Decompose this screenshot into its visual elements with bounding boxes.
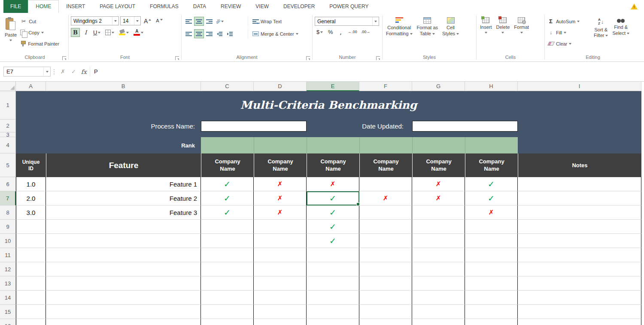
- row-header-5[interactable]: 5: [0, 153, 16, 177]
- cell-D14[interactable]: [254, 291, 307, 305]
- cell-E11[interactable]: [307, 248, 359, 262]
- insert-function-icon[interactable]: fx: [79, 68, 90, 75]
- cell-D12[interactable]: [254, 262, 307, 276]
- align-bottom-button[interactable]: [204, 17, 214, 26]
- row-header-12[interactable]: 12: [0, 262, 16, 276]
- tab-file[interactable]: FILE: [3, 0, 28, 13]
- cell-A6[interactable]: 1.0: [16, 177, 46, 191]
- cell-E7[interactable]: ✓: [307, 191, 359, 205]
- percent-style-button[interactable]: %: [326, 28, 335, 37]
- row-header-4[interactable]: 4: [0, 137, 16, 153]
- cell-I11[interactable]: [518, 248, 641, 262]
- cell-C8[interactable]: ✓: [201, 205, 254, 220]
- row-header-11[interactable]: 11: [0, 248, 16, 262]
- date-updated-label[interactable]: Date Updated:: [307, 123, 412, 130]
- tab-formulas[interactable]: FORMULAS: [143, 0, 186, 13]
- comma-style-button[interactable]: ,: [336, 28, 345, 37]
- cell-A13[interactable]: [16, 276, 46, 291]
- cell-I8[interactable]: [518, 205, 641, 220]
- column-header-C[interactable]: C: [201, 82, 254, 91]
- row-header-2[interactable]: 2: [0, 120, 16, 132]
- column-header-H[interactable]: H: [465, 82, 518, 91]
- cell-F12[interactable]: [359, 262, 412, 276]
- cell-E16[interactable]: [307, 319, 359, 325]
- rank-cell-C4[interactable]: [201, 137, 254, 153]
- fill-color-button[interactable]: [117, 28, 131, 37]
- cell-H14[interactable]: [465, 291, 518, 305]
- tab-insert[interactable]: INSERT: [59, 0, 92, 13]
- cell-B14[interactable]: [46, 291, 201, 305]
- number-format-select[interactable]: General: [315, 17, 379, 26]
- enter-icon[interactable]: ✓: [68, 68, 79, 75]
- cell-G6[interactable]: ✗: [412, 177, 465, 191]
- rank-cell-F4[interactable]: [359, 137, 412, 153]
- cell-G8[interactable]: [412, 205, 465, 220]
- cell-I4[interactable]: [518, 137, 641, 153]
- cell-C12[interactable]: [201, 262, 254, 276]
- header-company-1[interactable]: Company Name: [201, 153, 254, 177]
- column-header-E[interactable]: E: [307, 82, 359, 91]
- borders-button[interactable]: [103, 28, 116, 37]
- cell-A10[interactable]: [16, 234, 46, 248]
- cell-A11[interactable]: [16, 248, 46, 262]
- sheet-title[interactable]: Multi-Criteria Benchmarking: [16, 91, 641, 120]
- cell-B8[interactable]: Feature 3: [46, 205, 201, 220]
- cell-E6[interactable]: ✗: [307, 177, 359, 191]
- tab-data[interactable]: DATA: [186, 0, 213, 13]
- cell-F7[interactable]: ✗: [359, 191, 412, 205]
- cell-E13[interactable]: [307, 276, 359, 291]
- cell-C13[interactable]: [201, 276, 254, 291]
- clipboard-dialog-launcher[interactable]: [62, 56, 66, 60]
- tab-developer[interactable]: DEVELOPER: [276, 0, 322, 13]
- column-header-A[interactable]: A: [16, 82, 46, 91]
- align-top-button[interactable]: [184, 17, 194, 26]
- italic-button[interactable]: I: [81, 28, 90, 37]
- cell-H11[interactable]: [465, 248, 518, 262]
- row-header-10[interactable]: 10: [0, 234, 16, 248]
- column-header-I[interactable]: I: [518, 82, 641, 91]
- cell-H7[interactable]: ✓: [465, 191, 518, 205]
- increase-decimal-button[interactable]: ←.00: [346, 30, 358, 34]
- cell-F8[interactable]: [359, 205, 412, 220]
- rank-cell-H4[interactable]: [465, 137, 518, 153]
- cell-G13[interactable]: [412, 276, 465, 291]
- sort-filter-button[interactable]: AZ ↓ Sort & Filter: [592, 15, 610, 54]
- rank-cell-D4[interactable]: [254, 137, 307, 153]
- cell-B7[interactable]: Feature 2: [46, 191, 201, 205]
- cell-D16[interactable]: [254, 319, 307, 325]
- cell-H10[interactable]: [465, 234, 518, 248]
- row-header-3[interactable]: 3: [0, 132, 16, 137]
- fill-button[interactable]: ↓ Fill: [546, 28, 592, 37]
- cell-C10[interactable]: [201, 234, 254, 248]
- row-header-9[interactable]: 9: [0, 220, 16, 234]
- header-company-4[interactable]: Company Name: [359, 153, 412, 177]
- process-name-input[interactable]: [201, 121, 307, 132]
- find-select-button[interactable]: Find & Select: [610, 15, 632, 54]
- header-notes[interactable]: Notes: [518, 153, 641, 177]
- orientation-button[interactable]: ab: [215, 17, 225, 26]
- cell-B13[interactable]: [46, 276, 201, 291]
- row-header-16[interactable]: 16: [0, 319, 16, 325]
- cell-I13[interactable]: [518, 276, 641, 291]
- cell-B16[interactable]: [46, 319, 201, 325]
- cell-G10[interactable]: [412, 234, 465, 248]
- process-name-label[interactable]: Process Name:: [46, 123, 201, 130]
- cell-D13[interactable]: [254, 276, 307, 291]
- cell-styles-button[interactable]: Cell Styles: [440, 15, 461, 54]
- cancel-icon[interactable]: ✗: [58, 68, 68, 75]
- cell-A8[interactable]: 3.0: [16, 205, 46, 220]
- format-painter-button[interactable]: Format Painter: [19, 39, 61, 49]
- column-header-B[interactable]: B: [46, 82, 201, 91]
- cell-B10[interactable]: [46, 234, 201, 248]
- cell-E14[interactable]: [307, 291, 359, 305]
- cell-H8[interactable]: ✗: [465, 205, 518, 220]
- align-middle-button[interactable]: [194, 17, 204, 26]
- cell-F16[interactable]: [359, 319, 412, 325]
- name-box[interactable]: E7: [3, 67, 51, 77]
- row-header-7[interactable]: 7: [0, 191, 16, 205]
- cell-E15[interactable]: [307, 305, 359, 319]
- format-as-table-button[interactable]: Format as Table: [415, 15, 440, 54]
- cell-A14[interactable]: [16, 291, 46, 305]
- increase-indent-button[interactable]: [225, 29, 235, 38]
- copy-button[interactable]: Copy: [19, 28, 61, 37]
